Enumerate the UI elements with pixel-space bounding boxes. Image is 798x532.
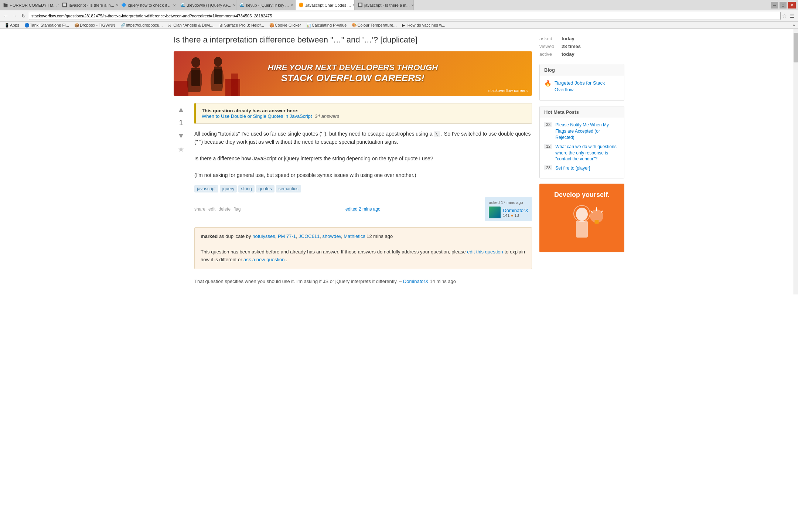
tag-javascript[interactable]: javascript bbox=[194, 185, 218, 192]
tab-js-there[interactable]: 🔲 javascript - Is there a in... ✕ bbox=[59, 0, 118, 10]
tab-keydown[interactable]: 🌊 .keydown() | jQuery AP... ✕ bbox=[177, 0, 236, 10]
bookmark-dropbox[interactable]: 📦 Dropbox - TIGWNN bbox=[73, 23, 117, 28]
bookmarks-more[interactable]: » bbox=[792, 23, 795, 28]
tab-favicon-jsc: 🟠 bbox=[299, 3, 304, 8]
develop-ad[interactable]: Develop yourself. bbox=[539, 184, 624, 252]
tab-close-js[interactable]: ✕ bbox=[116, 3, 118, 7]
duplicate-notice: This question already has an answer here… bbox=[194, 103, 532, 124]
settings-button[interactable]: ☰ bbox=[788, 12, 796, 20]
bookmarks-bar: 📱 Apps 🔵 Tanki Standalone Fl... 📦 Dropbo… bbox=[0, 21, 798, 28]
meta-link-what[interactable]: What can we do with questions where the … bbox=[555, 144, 620, 162]
vote-controls: ▲ 1 ▼ ★ bbox=[174, 103, 188, 289]
stats-row-active: active today bbox=[539, 50, 624, 58]
tab-favicon-jq: 🔷 bbox=[121, 3, 126, 8]
question-post: ▲ 1 ▼ ★ This question already has an ans… bbox=[174, 103, 532, 289]
marked-user-5[interactable]: Mathletics bbox=[344, 233, 365, 239]
bookmark-surface[interactable]: 🖥 Surface Pro 3: Helpf... bbox=[217, 23, 266, 28]
bookmark-apps[interactable]: 📱 Apps bbox=[3, 23, 21, 28]
tag-quotes[interactable]: quotes bbox=[256, 185, 274, 192]
blog-item-targeted: 🔥 Targeted Jobs for Stack Overflow bbox=[544, 80, 620, 93]
tab-close-jst2[interactable]: ✕ bbox=[411, 3, 414, 7]
tab-favicon-jst2: 🔲 bbox=[358, 3, 363, 8]
tab-close-ku[interactable]: ✕ bbox=[290, 3, 293, 7]
tab-label-jq: jquery how to check if ... bbox=[128, 3, 171, 7]
bookmark-colour[interactable]: 🎨 Colour Temperature... bbox=[350, 23, 398, 28]
scrollbar[interactable] bbox=[793, 29, 798, 294]
marked-rest: as duplicate by bbox=[219, 233, 252, 239]
develop-brain-icon bbox=[545, 203, 618, 245]
sidebar-hot-meta-header: Hot Meta Posts bbox=[540, 106, 624, 118]
maximize-button[interactable]: □ bbox=[780, 2, 787, 8]
tag-semantics[interactable]: semantics bbox=[276, 185, 301, 192]
bookmark-icon-calcp: 📊 bbox=[306, 23, 311, 27]
tab-jquery-check[interactable]: 🔷 jquery how to check if ... ✕ bbox=[118, 0, 177, 10]
stats-active-label: active bbox=[539, 50, 562, 58]
minimize-button[interactable]: ─ bbox=[771, 2, 778, 8]
meta-link-notify[interactable]: Please Notify Me When My Flags are Accep… bbox=[555, 122, 620, 140]
tab-keyup[interactable]: 🌊 keyup - jQuery: if key ... ✕ bbox=[236, 0, 296, 10]
comment-user-link[interactable]: DominatorX bbox=[403, 279, 429, 284]
user-link[interactable]: DominatorX bbox=[503, 208, 528, 213]
bookmark-icon-cookie: 🍪 bbox=[269, 23, 274, 27]
user-details: DominatorX 141 ● 13 bbox=[503, 208, 528, 218]
marked-edit-link[interactable]: edit this question bbox=[467, 249, 503, 255]
forward-button[interactable]: → bbox=[11, 12, 18, 20]
meta-item-what: 12 What can we do with questions where t… bbox=[544, 144, 620, 162]
tab-close-jq[interactable]: ✕ bbox=[173, 3, 176, 7]
bookmark-dropboxu[interactable]: 🔗 https://dl.dropboxu... bbox=[119, 23, 164, 28]
stats-viewed-label: viewed bbox=[539, 42, 562, 50]
scrollbar-thumb[interactable] bbox=[794, 33, 798, 62]
vote-up-button[interactable]: ▲ bbox=[174, 103, 188, 116]
ad-banner[interactable]: HIRE YOUR NEXT DEVELOPERS THROUGH STACK … bbox=[174, 51, 532, 96]
address-input[interactable] bbox=[29, 12, 781, 20]
blog-link-targeted[interactable]: Targeted Jobs for Stack Overflow bbox=[555, 80, 620, 93]
marked-block: marked as duplicate by notulysses, PM 77… bbox=[194, 227, 532, 269]
ad-banner-branding: stackoverflow careers bbox=[488, 88, 528, 93]
flag-link[interactable]: flag bbox=[233, 207, 241, 212]
delete-link[interactable]: delete bbox=[218, 207, 231, 212]
tab-label-jsc: Javascript Char Codes ... bbox=[305, 3, 351, 7]
tab-js-char[interactable]: 🟠 Javascript Char Codes ... ✕ bbox=[296, 0, 355, 10]
comment-block: That question specifies when you should … bbox=[194, 274, 532, 289]
tab-horror[interactable]: 🎬 HORROR COMEDY | M... ✕ bbox=[0, 0, 59, 10]
bookmark-calcp[interactable]: 📊 Calculating P-value bbox=[305, 23, 348, 28]
bookmark-vaccines[interactable]: ▶ How do vaccines w... bbox=[400, 23, 447, 28]
meta-item-fire: 28 Set fire to [player] bbox=[544, 165, 620, 171]
duplicate-link[interactable]: When to Use Double or Single Quotes in J… bbox=[202, 113, 312, 119]
user-avatar bbox=[489, 207, 501, 218]
edit-link[interactable]: edit bbox=[208, 207, 215, 212]
marked-user-1[interactable]: notulysses bbox=[252, 233, 275, 239]
marked-ask-link[interactable]: ask a new question bbox=[243, 257, 284, 262]
vote-down-button[interactable]: ▼ bbox=[174, 129, 188, 143]
back-button[interactable]: ← bbox=[2, 12, 10, 20]
favorite-button[interactable]: ★ bbox=[178, 145, 184, 154]
sidebar-blog-content: 🔥 Targeted Jobs for Stack Overflow bbox=[540, 76, 624, 100]
edited-info[interactable]: edited 2 mins ago bbox=[345, 207, 381, 212]
sidebar-blog-header: Blog bbox=[540, 64, 624, 76]
tab-close-kd[interactable]: ✕ bbox=[233, 3, 236, 7]
stats-row-asked: asked today bbox=[539, 35, 624, 42]
asked-label: asked 17 mins ago bbox=[489, 200, 528, 205]
tab-js-there2[interactable]: 🔲 javascript - Is there a in... ✕ bbox=[355, 0, 414, 10]
bookmark-cookie[interactable]: 🍪 Cookie Clicker bbox=[268, 23, 303, 28]
close-button[interactable]: ✕ bbox=[788, 2, 796, 8]
sidebar-stats: asked today viewed 28 times active today bbox=[539, 35, 624, 58]
meta-count-what: 12 bbox=[544, 144, 552, 149]
share-link[interactable]: share bbox=[194, 207, 205, 212]
reload-button[interactable]: ↻ bbox=[20, 12, 27, 20]
bookmark-tanki[interactable]: 🔵 Tanki Standalone Fl... bbox=[23, 23, 71, 28]
bookmark-label-cookie: Cookie Clicker bbox=[275, 23, 301, 27]
tag-string[interactable]: string bbox=[238, 185, 254, 192]
svg-point-8 bbox=[576, 208, 588, 221]
question-container: Is there a interpretation difference bet… bbox=[166, 29, 632, 294]
comment-time: 14 mins ago bbox=[430, 279, 456, 284]
marked-user-3[interactable]: JCOC611 bbox=[299, 233, 320, 239]
marked-user-2[interactable]: PM 77-1 bbox=[278, 233, 296, 239]
marked-user-4[interactable]: showdev bbox=[323, 233, 341, 239]
tag-jquery[interactable]: jquery bbox=[220, 185, 237, 192]
user-rep: 141 ● 13 bbox=[503, 213, 528, 218]
bookmark-clan[interactable]: ⚔ Clan *Angels & Devi... bbox=[166, 23, 215, 28]
meta-link-fire[interactable]: Set fire to [player] bbox=[555, 165, 590, 171]
sidebar-hot-meta-content: 33 Please Notify Me When My Flags are Ac… bbox=[540, 118, 624, 178]
bookmark-star-button[interactable]: ☆ bbox=[782, 13, 787, 19]
